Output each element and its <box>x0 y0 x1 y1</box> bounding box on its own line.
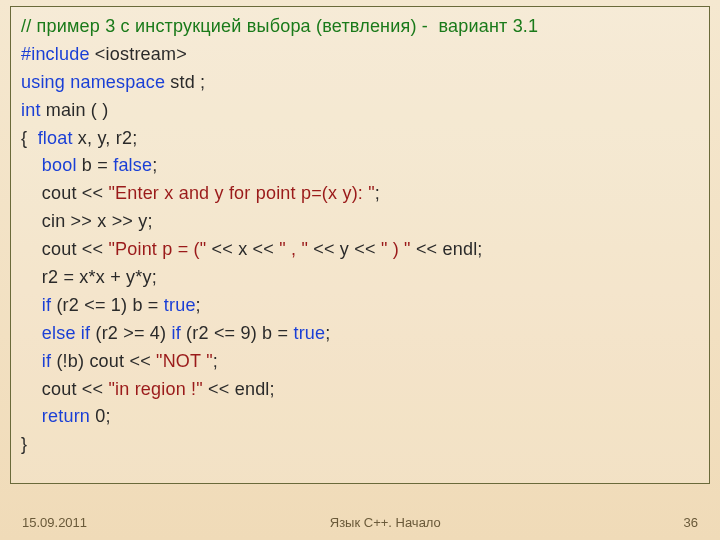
string-literal: "Enter x and y for point p=(x y): " <box>108 183 374 203</box>
txt: (!b) cout << <box>51 351 156 371</box>
txt: (r2 <= 9) b = <box>181 323 294 343</box>
code-line: { float x, y, r2; <box>21 125 699 153</box>
footer-date: 15.09.2011 <box>22 515 87 530</box>
code-line: int main ( ) <box>21 97 699 125</box>
code-line: } <box>21 431 699 459</box>
code-line: else if (r2 >= 4) if (r2 <= 9) b = true; <box>21 320 699 348</box>
txt: { <box>21 128 38 148</box>
slide-footer: 15.09.2011 Язык С++. Начало 36 <box>0 515 720 530</box>
txt: << y << <box>308 239 381 259</box>
footer-page: 36 <box>684 515 698 530</box>
txt: ; <box>213 351 218 371</box>
comment: // пример 3 с инструкцией выбора (ветвле… <box>21 16 538 36</box>
kw-false: false <box>113 155 152 175</box>
txt <box>21 406 42 426</box>
code-line: cin >> x >> y; <box>21 208 699 236</box>
kw-true: true <box>164 295 196 315</box>
code-line: r2 = x*x + y*y; <box>21 264 699 292</box>
kw-include: #include <box>21 44 90 64</box>
txt: 0; <box>90 406 111 426</box>
kw-using: using namespace <box>21 72 165 92</box>
txt: ; <box>152 155 157 175</box>
txt: (r2 >= 4) <box>90 323 171 343</box>
txt <box>21 323 42 343</box>
txt: } <box>21 434 27 454</box>
string-literal: "Point p = (" <box>108 239 206 259</box>
code-line: if (!b) cout << "NOT "; <box>21 348 699 376</box>
code-line: cout << "in region !" << endl; <box>21 376 699 404</box>
kw-float: float <box>38 128 73 148</box>
string-literal: "NOT " <box>156 351 213 371</box>
txt <box>21 351 42 371</box>
txt: cout << <box>21 239 108 259</box>
txt <box>21 295 42 315</box>
kw-else-if: else if <box>42 323 90 343</box>
kw-int: int <box>21 100 41 120</box>
txt: main ( ) <box>41 100 109 120</box>
kw-if: if <box>42 351 51 371</box>
txt: << x << <box>206 239 279 259</box>
txt: cout << <box>21 183 108 203</box>
code-line: cout << "Enter x and y for point p=(x y)… <box>21 180 699 208</box>
txt: ; <box>325 323 330 343</box>
footer-title: Язык С++. Начало <box>330 515 441 530</box>
kw-if: if <box>171 323 180 343</box>
txt: r2 = x*x + y*y; <box>21 267 157 287</box>
txt <box>21 155 42 175</box>
txt: (r2 <= 1) b = <box>51 295 164 315</box>
kw-if: if <box>42 295 51 315</box>
code-line: if (r2 <= 1) b = true; <box>21 292 699 320</box>
txt: std ; <box>165 72 205 92</box>
string-literal: " , " <box>279 239 308 259</box>
code-box: // пример 3 с инструкцией выбора (ветвле… <box>10 6 710 484</box>
txt: << endl; <box>203 379 275 399</box>
txt: x, y, r2; <box>73 128 138 148</box>
string-literal: " ) " <box>381 239 411 259</box>
txt: b = <box>77 155 114 175</box>
kw-true: true <box>293 323 325 343</box>
code-line: using namespace std ; <box>21 69 699 97</box>
code-line: cout << "Point p = (" << x << " , " << y… <box>21 236 699 264</box>
code-line: return 0; <box>21 403 699 431</box>
txt: << endl; <box>411 239 483 259</box>
string-literal: "in region !" <box>108 379 202 399</box>
code-line: // пример 3 с инструкцией выбора (ветвле… <box>21 13 699 41</box>
txt: cin >> x >> y; <box>21 211 153 231</box>
kw-bool: bool <box>42 155 77 175</box>
txt: <iostream> <box>90 44 187 64</box>
code-line: #include <iostream> <box>21 41 699 69</box>
txt: cout << <box>21 379 108 399</box>
kw-return: return <box>42 406 90 426</box>
txt: ; <box>196 295 201 315</box>
code-line: bool b = false; <box>21 152 699 180</box>
txt: ; <box>375 183 380 203</box>
